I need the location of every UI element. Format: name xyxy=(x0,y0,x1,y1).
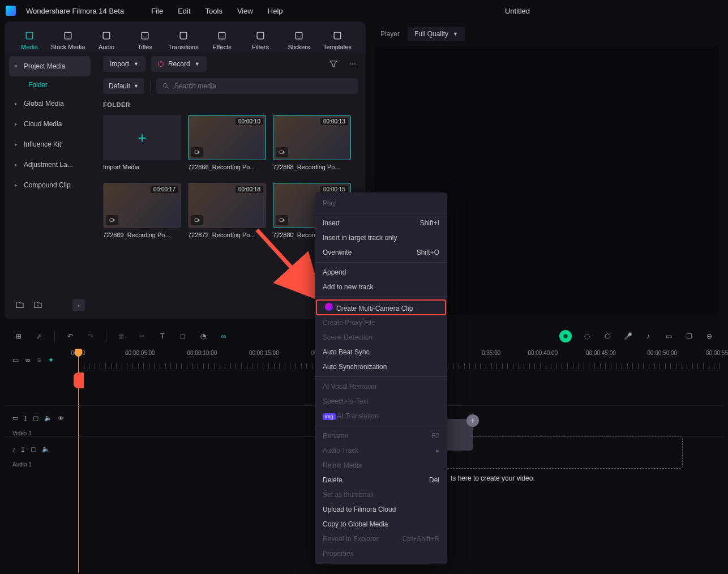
media-clip-card[interactable]: 00:00:17722869_Recording Po... xyxy=(103,183,181,238)
template-icon xyxy=(332,30,343,41)
link-icon[interactable]: ∞ xyxy=(219,331,229,341)
chevron-icon: ▸ xyxy=(15,182,19,188)
ruler-tick: 00:00:50:00 xyxy=(647,350,677,356)
timeline-view-icon[interactable]: ▭ xyxy=(12,356,19,364)
gauge-icon[interactable]: ◌ xyxy=(582,331,592,341)
menu-item-append[interactable]: Append xyxy=(315,265,447,280)
menu-item-create-multi-camera-clip[interactable]: Create Multi-Camera Clip xyxy=(316,299,446,315)
menu-item-insert-in-target-track-only[interactable]: Insert in target track only xyxy=(315,230,447,245)
mic-icon[interactable]: 🎤 xyxy=(623,331,633,341)
drop-hint-area: + ts here to create your video. xyxy=(439,419,700,481)
sidebar-item-project-media[interactable]: ▾Project Media xyxy=(9,56,91,76)
media-clip-card[interactable]: 00:00:10722866_Recording Po... xyxy=(188,115,266,170)
tab-titles[interactable]: Titles xyxy=(126,30,164,50)
screen-icon[interactable]: ▭ xyxy=(663,331,674,341)
shield-icon[interactable]: ⬡ xyxy=(602,331,613,341)
menu-item-delete[interactable]: DeleteDel xyxy=(315,473,447,487)
ai-track-icon[interactable]: ✦ xyxy=(48,356,54,364)
tab-transitions[interactable]: Transitions xyxy=(164,30,203,50)
camera-badge-icon xyxy=(191,215,203,225)
menu-item-reveal-in-explorer: Reveal In ExplorerCtrl+Shift+R xyxy=(315,532,447,546)
menu-item-speech-to-text: Speech-to-Text xyxy=(315,394,447,409)
cut-icon[interactable]: ✂ xyxy=(137,331,147,341)
layout-icon[interactable]: ⊞ xyxy=(14,331,24,341)
menu-item-add-to-new-track[interactable]: Add to new track xyxy=(315,280,447,294)
search-icon xyxy=(162,82,170,90)
redo-icon[interactable]: ↷ xyxy=(85,331,96,341)
section-title: FOLDER xyxy=(95,97,366,109)
folder-add-icon[interactable] xyxy=(33,300,43,310)
ruler-tick: 00:00:40:00 xyxy=(528,350,558,356)
tab-media[interactable]: Media xyxy=(10,30,49,50)
menu-item-insert[interactable]: InsertShift+I xyxy=(315,216,447,230)
sidebar-item-compound-clip[interactable]: ▸Compound Clip xyxy=(9,175,91,195)
svg-rect-13 xyxy=(195,219,198,222)
track-opts-icon[interactable]: ≡ xyxy=(37,356,41,364)
eye-icon[interactable]: 👁 xyxy=(58,415,64,422)
sparkle-icon xyxy=(216,30,228,41)
menu-help[interactable]: Help xyxy=(268,7,283,15)
menu-bar: FileEditToolsViewHelp xyxy=(151,7,282,15)
lock-audio-icon[interactable]: ▢ xyxy=(31,446,36,453)
card-label: Import Media xyxy=(103,164,181,170)
ruler-tick: 00:00:55:00 xyxy=(706,350,728,356)
menu-item-ai-vocal-remover: AI Vocal Remover xyxy=(315,379,447,394)
palette-icon[interactable]: ◔ xyxy=(198,331,208,341)
sidebar-folder[interactable]: Folder xyxy=(9,76,91,93)
mute-audio-icon[interactable]: 🔈 xyxy=(42,446,50,453)
tab-audio[interactable]: Audio xyxy=(87,30,126,50)
sidebar-item-adjustment-la-[interactable]: ▸Adjustment La... xyxy=(9,155,91,175)
svg-rect-11 xyxy=(280,151,283,154)
quality-dropdown[interactable]: Full Quality▼ xyxy=(408,27,465,41)
menu-tools[interactable]: Tools xyxy=(205,7,222,15)
menu-item-set-as-thumbnail: Set as thumbnail xyxy=(315,487,447,502)
filter-funnel-icon[interactable] xyxy=(328,59,339,69)
tab-stock-media[interactable]: Stock Media xyxy=(49,30,87,50)
menu-file[interactable]: File xyxy=(151,7,163,15)
link-tracks-icon[interactable]: ∞ xyxy=(25,356,31,364)
menu-item-copy-to-global-media[interactable]: Copy to Global Media xyxy=(315,517,447,532)
chevron-icon: ▸ xyxy=(15,142,19,147)
tab-stickers[interactable]: Stickers xyxy=(280,30,318,50)
menu-item-upload-to-filmora-cloud[interactable]: Upload to Filmora Cloud xyxy=(315,502,447,517)
media-clip-card[interactable]: 00:00:18722872_Recording Po... xyxy=(188,183,266,238)
trash-icon[interactable]: 🗑 xyxy=(117,331,127,341)
sidebar-item-cloud-media[interactable]: ▸Cloud Media xyxy=(9,114,91,134)
tab-effects[interactable]: Effects xyxy=(203,30,241,50)
chevron-icon: ▸ xyxy=(15,121,19,127)
sort-default-button[interactable]: Default▼ xyxy=(103,78,144,94)
mute-track-icon[interactable]: 🔈 xyxy=(44,414,52,422)
ruler-tick: 0:35:00 xyxy=(482,350,500,356)
crop-icon[interactable]: ◻ xyxy=(178,331,188,341)
search-input[interactable] xyxy=(156,78,358,94)
menu-item-auto-beat-sync[interactable]: Auto Beat Sync xyxy=(315,345,447,359)
import-button[interactable]: Import▼ xyxy=(103,56,145,72)
sidebar-item-global-media[interactable]: ▸Global Media xyxy=(9,93,91,114)
menu-edit[interactable]: Edit xyxy=(178,7,190,15)
media-panel: MediaStock MediaAudioTitlesTransitionsEf… xyxy=(5,22,366,319)
tab-filters[interactable]: Filters xyxy=(241,30,280,50)
menu-item-auto-synchronization[interactable]: Auto Synchronization xyxy=(315,359,447,374)
video-track-icon: ▭ xyxy=(12,414,18,422)
more-options-icon[interactable]: ⋯ xyxy=(348,59,358,69)
tab-templates[interactable]: Templates xyxy=(318,30,357,50)
media-clip-card[interactable]: 00:00:13722868_Recording Po... xyxy=(273,115,351,170)
menu-item-overwrite[interactable]: OverwriteShift+O xyxy=(315,245,447,260)
new-folder-icon[interactable] xyxy=(15,300,25,310)
cc-icon[interactable]: ☐ xyxy=(684,331,694,341)
sidebar-item-influence-kit[interactable]: ▸Influence Kit xyxy=(9,134,91,155)
svg-point-15 xyxy=(563,334,567,338)
camera-badge-icon xyxy=(106,215,118,225)
music-note-icon[interactable]: ♪ xyxy=(643,331,653,341)
collapse-sidebar-button[interactable]: ‹ xyxy=(72,299,85,311)
import-media-card[interactable]: +Import Media xyxy=(103,115,181,170)
text-tool-icon[interactable]: T xyxy=(157,331,168,341)
zoom-out-icon[interactable]: ⊖ xyxy=(704,331,714,341)
menu-view[interactable]: View xyxy=(237,7,253,15)
chevron-icon: ▾ xyxy=(15,63,19,69)
pointer-icon[interactable]: ⬀ xyxy=(34,331,44,341)
ai-assistant-icon[interactable] xyxy=(559,330,572,342)
lock-track-icon[interactable]: ▢ xyxy=(33,414,38,422)
record-button[interactable]: Record▼ xyxy=(151,56,207,72)
undo-icon[interactable]: ↶ xyxy=(65,331,75,341)
